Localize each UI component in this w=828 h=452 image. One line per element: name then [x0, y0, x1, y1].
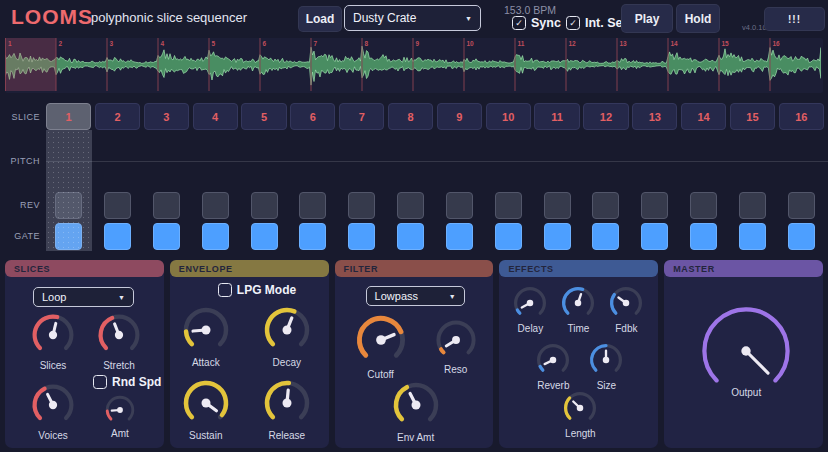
gate-cell-10 [486, 222, 531, 250]
slice-button-4[interactable]: 4 [193, 103, 238, 130]
sequencer-grid: SLICE PITCH REV GATE 1234567891011121314… [0, 100, 828, 256]
knob-dial [30, 382, 76, 428]
gate-toggle-10[interactable] [495, 223, 522, 250]
rev-toggle-14[interactable] [690, 192, 717, 219]
gate-cell-13 [632, 222, 677, 250]
gate-cell-1 [46, 222, 91, 250]
slice-button-6[interactable]: 6 [290, 103, 335, 130]
knob-decay[interactable]: Decay [262, 305, 312, 368]
rev-toggle-13[interactable] [641, 192, 668, 219]
knob-release[interactable]: Release [262, 378, 312, 441]
gate-toggle-1[interactable] [55, 223, 82, 250]
looms-app: LOOMS polyphonic slice sequencer Load Du… [0, 0, 828, 452]
rev-toggle-10[interactable] [495, 192, 522, 219]
rev-toggle-2[interactable] [104, 192, 131, 219]
knob-amt[interactable]: Amt [104, 394, 136, 439]
gate-toggle-12[interactable] [592, 223, 619, 250]
knob-label: Env Amt [397, 432, 434, 443]
rev-toggle-12[interactable] [592, 192, 619, 219]
knob-output[interactable]: Output [694, 299, 798, 398]
knob-time[interactable]: Time [560, 285, 596, 334]
slice-button-16[interactable]: 16 [779, 103, 824, 130]
panic-button[interactable]: !!! [764, 7, 825, 31]
gate-toggle-5[interactable] [251, 223, 278, 250]
knob-env-amt[interactable]: Env Amt [391, 380, 441, 443]
rev-toggle-3[interactable] [153, 192, 180, 219]
knob-label: Size [597, 380, 616, 391]
slice-button-3[interactable]: 3 [144, 103, 189, 130]
knob-delay[interactable]: Delay [512, 285, 548, 334]
rev-toggle-5[interactable] [251, 192, 278, 219]
svg-text:6: 6 [263, 40, 267, 47]
preset-dropdown[interactable]: Dusty Crate ▼ [344, 5, 481, 31]
slice-button-8[interactable]: 8 [388, 103, 433, 130]
slice-button-13[interactable]: 13 [632, 103, 677, 130]
load-button[interactable]: Load [298, 6, 342, 32]
gate-toggle-3[interactable] [153, 223, 180, 250]
gate-toggle-6[interactable] [299, 223, 326, 250]
gate-cell-15 [730, 222, 775, 250]
knob-dial [535, 342, 571, 378]
rnd-spd-checkbox[interactable]: Rnd Spd [93, 375, 161, 389]
lpg-mode-checkbox[interactable]: LPG Mode [218, 283, 296, 297]
knob-size[interactable]: Size [588, 342, 624, 391]
rev-toggle-9[interactable] [446, 192, 473, 219]
gate-toggle-16[interactable] [788, 223, 815, 250]
slice-button-11[interactable]: 11 [534, 103, 579, 130]
hold-button[interactable]: Hold [676, 4, 720, 33]
svg-text:5: 5 [212, 40, 216, 47]
svg-text:8: 8 [365, 40, 369, 47]
knob-reverb[interactable]: Reverb [535, 342, 571, 391]
rev-toggle-7[interactable] [348, 192, 375, 219]
gate-toggle-9[interactable] [446, 223, 473, 250]
gate-toggle-4[interactable] [202, 223, 229, 250]
knob-voices[interactable]: Voices [30, 382, 76, 441]
gate-toggle-11[interactable] [544, 223, 571, 250]
waveform-display[interactable]: 12345678910111213141516 [5, 38, 823, 93]
knob-stretch[interactable]: Stretch [96, 312, 142, 371]
rev-cell-15 [730, 191, 775, 219]
slice-button-2[interactable]: 2 [95, 103, 140, 130]
knob-label: Amt [111, 428, 129, 439]
rev-toggle-15[interactable] [739, 192, 766, 219]
version-label: v4.0.10 [742, 23, 767, 32]
slice-mode-dropdown[interactable]: Loop ▼ [33, 287, 134, 307]
gate-toggle-8[interactable] [397, 223, 424, 250]
knob-dial [560, 285, 596, 321]
rev-toggle-8[interactable] [397, 192, 424, 219]
knob-dial [262, 305, 312, 355]
gate-toggle-13[interactable] [641, 223, 668, 250]
rev-toggle-4[interactable] [202, 192, 229, 219]
rev-cell-14 [681, 191, 726, 219]
knob-dial [181, 305, 231, 355]
slice-button-5[interactable]: 5 [241, 103, 286, 130]
gate-toggle-7[interactable] [348, 223, 375, 250]
slice-button-15[interactable]: 15 [730, 103, 775, 130]
gate-row [46, 222, 824, 250]
slice-button-1[interactable]: 1 [46, 103, 91, 130]
rev-toggle-11[interactable] [544, 192, 571, 219]
gate-cell-12 [583, 222, 628, 250]
filter-type-dropdown[interactable]: Lowpass ▼ [366, 286, 465, 306]
gate-toggle-14[interactable] [690, 223, 717, 250]
gate-toggle-2[interactable] [104, 223, 131, 250]
rev-toggle-1[interactable] [55, 192, 82, 219]
checkbox-label: Rnd Spd [112, 375, 161, 389]
knob-reso[interactable]: Reso [434, 318, 478, 375]
slice-button-10[interactable]: 10 [486, 103, 531, 130]
sync-checkbox[interactable]: ✓Sync [512, 16, 561, 30]
knob-attack[interactable]: Attack [181, 305, 231, 368]
knob-fdbk[interactable]: Fdbk [608, 285, 644, 334]
knob-length[interactable]: Length [562, 390, 598, 439]
rev-toggle-16[interactable] [788, 192, 815, 219]
rev-toggle-6[interactable] [299, 192, 326, 219]
slice-button-14[interactable]: 14 [681, 103, 726, 130]
gate-toggle-15[interactable] [739, 223, 766, 250]
slice-button-9[interactable]: 9 [437, 103, 482, 130]
knob-slices[interactable]: Slices [30, 312, 76, 371]
knob-cutoff[interactable]: Cutoff [354, 313, 408, 380]
slice-button-7[interactable]: 7 [339, 103, 384, 130]
play-button[interactable]: Play [621, 4, 673, 33]
slice-button-12[interactable]: 12 [583, 103, 628, 130]
knob-sustain[interactable]: Sustain [181, 378, 231, 441]
